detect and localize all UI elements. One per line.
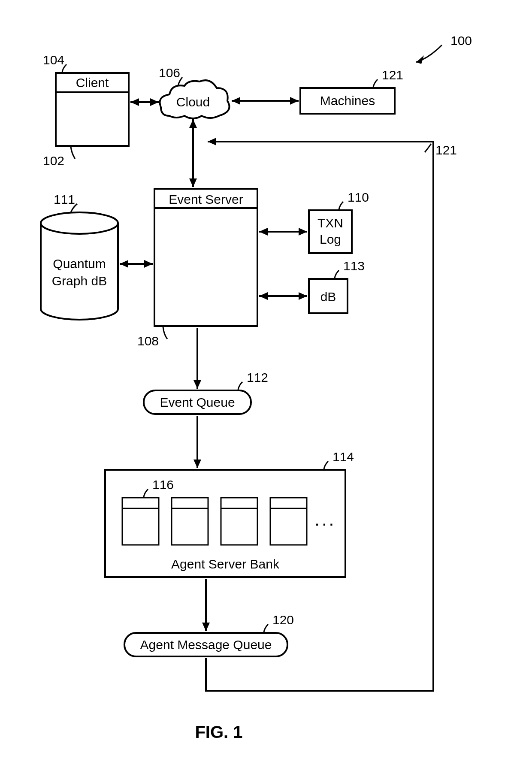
agent-unit xyxy=(270,498,307,545)
client-ref: 104 xyxy=(43,53,64,67)
svg-rect-14 xyxy=(172,498,208,545)
conn-eventserver-db xyxy=(259,292,307,300)
event-server-label: Event Server xyxy=(169,192,243,206)
agent-bank-label: Agent Server Bank xyxy=(171,557,280,571)
conn-eventqueue-agentbank xyxy=(193,416,201,468)
db-node: dB 113 xyxy=(309,259,365,313)
txn-log-label-bottom: Log xyxy=(320,232,341,246)
event-server-ref: 108 xyxy=(137,334,159,348)
agent-mq-ref: 120 xyxy=(272,613,294,627)
conn-quantumdb-eventserver xyxy=(120,260,153,268)
figure-ref: 100 xyxy=(416,33,472,64)
cloud-ref: 106 xyxy=(159,66,180,80)
agent-unit xyxy=(221,498,257,545)
cloud-label: Cloud xyxy=(176,95,210,109)
svg-rect-5 xyxy=(154,189,257,326)
machines-node: Machines 121 xyxy=(300,68,403,114)
txn-log-ref: 110 xyxy=(348,190,369,204)
svg-rect-16 xyxy=(221,498,257,545)
agent-mq-label: Agent Message Queue xyxy=(140,638,272,652)
machines-label: Machines xyxy=(320,94,375,108)
figure-caption: FIG. 1 xyxy=(195,723,242,741)
event-queue-ref: 112 xyxy=(247,370,268,384)
event-server-node: Event Server 108 xyxy=(137,189,257,348)
db-ref: 113 xyxy=(343,259,365,273)
client-node: Client 104 102 xyxy=(43,53,129,168)
db-label: dB xyxy=(320,290,336,304)
event-queue-node: Event Queue 112 xyxy=(144,370,268,414)
conn-cloud-eventserver xyxy=(189,119,197,187)
svg-rect-18 xyxy=(270,498,307,545)
event-queue-label: Event Queue xyxy=(160,395,235,409)
quantum-db-node: Quantum Graph dB 111 xyxy=(41,192,118,320)
cloud-node: Cloud 106 xyxy=(159,66,230,118)
agent-unit xyxy=(172,498,208,545)
agent-unit xyxy=(122,498,159,545)
agent-bank-ellipsis: . . . xyxy=(315,514,333,528)
svg-rect-12 xyxy=(122,498,159,545)
conn-eventserver-eventqueue xyxy=(193,328,201,389)
figure-ref-label: 100 xyxy=(450,33,472,48)
feedback-ref: 121 xyxy=(435,143,457,157)
quantum-db-ref: 111 xyxy=(54,192,75,206)
conn-client-cloud xyxy=(130,98,159,106)
agent-bank-ref: 114 xyxy=(332,450,354,464)
agent-unit-ref: 116 xyxy=(152,478,174,492)
conn-eventserver-txnlog xyxy=(259,228,307,236)
client-container-ref: 102 xyxy=(43,154,64,168)
quantum-db-label-top: Quantum xyxy=(53,257,106,271)
conn-cloud-machines xyxy=(232,97,299,105)
txn-log-label-top: TXN xyxy=(317,216,343,230)
txn-log-node: TXN Log 110 xyxy=(309,190,369,253)
agent-message-queue-node: Agent Message Queue 120 xyxy=(124,613,294,656)
client-label: Client xyxy=(76,76,109,90)
svg-point-7 xyxy=(41,212,118,234)
machines-ref: 121 xyxy=(382,68,403,82)
conn-agentbank-agentmq xyxy=(202,579,210,631)
agent-server-bank-node: Agent Server Bank . . . 114 116 xyxy=(105,450,354,577)
quantum-db-label-bottom: Graph dB xyxy=(52,274,107,288)
